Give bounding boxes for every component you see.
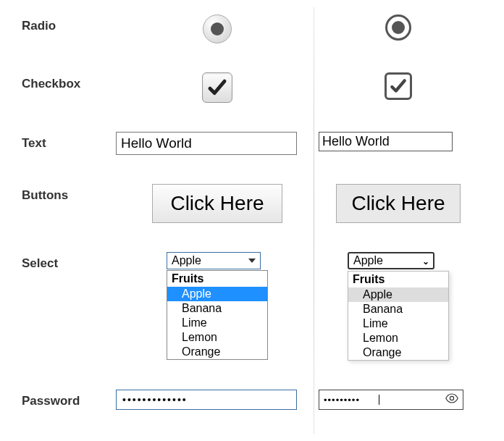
chevron-down-icon [248, 259, 256, 263]
select-option[interactable]: Banana [167, 301, 267, 316]
text-caret [379, 395, 379, 405]
select-option[interactable]: Orange [348, 345, 448, 360]
label-checkbox: Checkbox [22, 72, 116, 91]
chevron-down-icon: ⌄ [422, 256, 429, 266]
click-here-button-left[interactable]: Click Here [152, 184, 282, 223]
radio-input-left[interactable] [203, 14, 232, 43]
select-option[interactable]: Apple [167, 287, 267, 301]
select-value: Apple [353, 254, 383, 266]
select-dropdown-right: Fruits Apple Banana Lime Lemon Orange [348, 271, 449, 361]
label-password: Password [22, 390, 116, 408]
password-mask: ••••••••• [324, 395, 378, 406]
password-input-left[interactable]: ••••••••••••• [116, 390, 297, 410]
checkmark-icon [206, 77, 228, 98]
label-select: Select [22, 252, 116, 271]
select-option[interactable]: Lime [348, 316, 448, 331]
radio-dot-icon [392, 21, 405, 34]
radio-dot-icon [211, 22, 224, 35]
checkbox-input-left[interactable] [202, 72, 232, 103]
select-option[interactable]: Apple [348, 287, 448, 302]
select-option[interactable]: Lime [167, 316, 267, 330]
click-here-button-right[interactable]: Click Here [336, 184, 460, 223]
select-value: Apple [172, 254, 201, 266]
eye-icon[interactable] [445, 393, 458, 406]
select-input-left[interactable]: Apple [167, 252, 261, 269]
checkbox-input-right[interactable] [385, 72, 412, 100]
label-buttons: Buttons [22, 184, 116, 203]
optgroup-label: Fruits [167, 271, 267, 287]
checkmark-icon [389, 77, 408, 96]
svg-point-0 [450, 396, 453, 400]
text-input-left[interactable] [116, 132, 297, 155]
select-input-right[interactable]: Apple ⌄ [348, 252, 434, 269]
select-option[interactable]: Banana [348, 302, 448, 316]
vertical-divider [314, 7, 314, 434]
password-input-right[interactable]: ••••••••• [319, 390, 463, 410]
label-text: Text [22, 132, 116, 151]
select-option[interactable]: Orange [167, 345, 267, 359]
text-input-right[interactable] [319, 132, 453, 151]
label-radio: Radio [22, 14, 116, 33]
select-option[interactable]: Lemon [167, 330, 267, 345]
select-dropdown-left: Fruits Apple Banana Lime Lemon Orange [167, 270, 268, 360]
radio-input-right[interactable] [385, 14, 411, 41]
optgroup-label: Fruits [348, 272, 448, 287]
select-option[interactable]: Lemon [348, 331, 448, 345]
